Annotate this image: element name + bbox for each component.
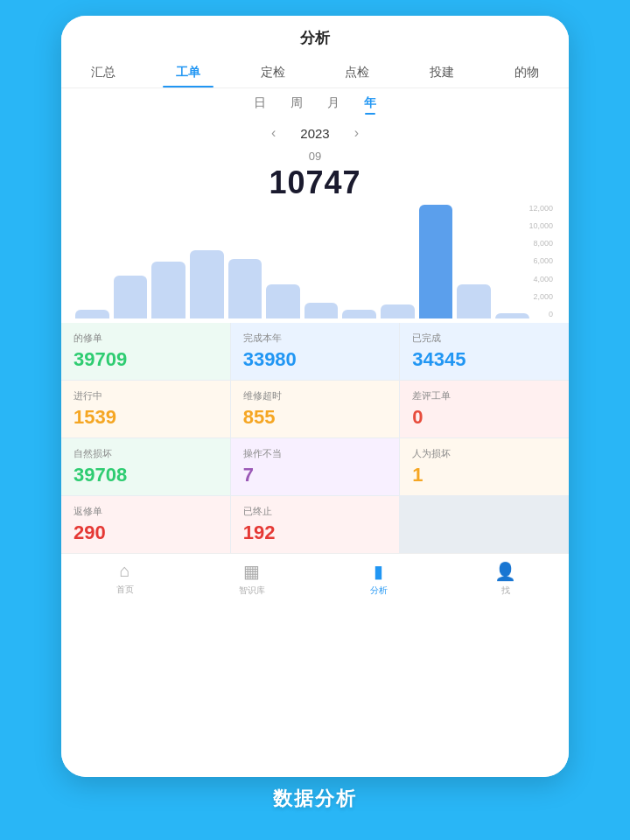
app-container: 分析 汇总 工单 定检 点检 投建 的物 日 周 月 年 ‹ 2023 ›: [61, 16, 569, 777]
next-year-button[interactable]: ›: [347, 123, 366, 143]
chart-main-value: 10747: [75, 164, 555, 201]
nav-label-analysis: 分析: [370, 584, 388, 597]
stat-cell-3[interactable]: 进行中1539: [61, 381, 230, 438]
stat-value-3: 1539: [74, 406, 221, 429]
stat-value-6: 39708: [74, 464, 221, 486]
year-nav: ‹ 2023 ›: [61, 120, 569, 144]
tab-nav: 汇总 工单 定检 点检 投建 的物: [61, 57, 569, 88]
stat-value-5: 0: [412, 406, 560, 429]
stat-label-6: 自然损坏: [74, 447, 221, 460]
year-label: 2023: [300, 126, 329, 141]
tab-summary[interactable]: 汇总: [61, 57, 146, 88]
y-label-3: 6,000: [533, 257, 553, 265]
stat-cell-10[interactable]: 已终止192: [231, 496, 400, 553]
nav-item-analysis[interactable]: ▮分析: [315, 561, 442, 597]
bottom-nav: ⌂首页▦智识库▮分析👤找: [61, 553, 569, 606]
y-label-5: 2,000: [533, 293, 553, 301]
stat-value-10: 192: [243, 522, 391, 544]
tab-work-order[interactable]: 工单: [146, 57, 231, 88]
y-label-1: 10,000: [528, 222, 553, 230]
bar-9[interactable]: [419, 205, 453, 318]
chart-area: 09 10747 12,00010,0008,0006,0004,0002,00…: [61, 144, 569, 322]
stat-value-7: 7: [243, 464, 391, 486]
period-month[interactable]: 月: [327, 95, 340, 115]
stat-value-1: 33980: [243, 348, 391, 371]
stat-cell-0[interactable]: 的修单39709: [61, 323, 230, 380]
bar-col-9: [419, 205, 453, 318]
stat-cell-2[interactable]: 已完成34345: [400, 323, 569, 380]
stat-cell-9[interactable]: 返修单290: [61, 496, 230, 553]
stat-cell-1[interactable]: 完成本年33980: [231, 323, 400, 380]
bar-7[interactable]: [342, 310, 376, 318]
stat-cell-6[interactable]: 自然损坏39708: [61, 438, 230, 495]
chart-month: 09: [75, 150, 555, 163]
stat-label-8: 人为损坏: [412, 447, 560, 460]
profile-icon: 👤: [494, 561, 516, 582]
stats-grid: 的修单39709完成本年33980已完成34345进行中1539维修超时855差…: [61, 323, 569, 553]
y-label-2: 8,000: [533, 240, 553, 248]
page-title: 分析: [61, 28, 569, 57]
bar-0[interactable]: [75, 310, 109, 318]
bar-col-3: [190, 205, 224, 318]
bar-col-11: [495, 205, 529, 318]
stat-label-3: 进行中: [74, 389, 221, 402]
bar-8[interactable]: [381, 304, 415, 318]
stat-label-0: 的修单: [74, 332, 221, 345]
bar-6[interactable]: [304, 303, 339, 318]
bar-col-4: [228, 205, 262, 318]
period-week[interactable]: 周: [290, 95, 303, 115]
tab-regular-check[interactable]: 定检: [230, 57, 315, 88]
stat-value-0: 39709: [74, 348, 221, 371]
bar-10[interactable]: [457, 284, 491, 318]
bar-col-6: [304, 205, 339, 318]
prev-year-button[interactable]: ‹: [264, 123, 283, 143]
bar-1[interactable]: [114, 276, 148, 318]
stat-value-8: 1: [412, 464, 560, 486]
stat-cell-5[interactable]: 差评工单0: [400, 381, 569, 438]
tab-items[interactable]: 的物: [484, 57, 569, 88]
bottom-branding: 数据分析: [273, 786, 357, 812]
analysis-icon: ▮: [374, 561, 383, 582]
period-selector: 日 周 月 年: [61, 88, 569, 120]
stat-value-9: 290: [74, 522, 221, 544]
tab-investment[interactable]: 投建: [400, 57, 485, 88]
stat-label-4: 维修超时: [243, 389, 391, 402]
stat-label-5: 差评工单: [412, 389, 560, 402]
bar-3[interactable]: [190, 250, 224, 318]
stat-label-10: 已终止: [243, 505, 391, 518]
nav-label-knowledge: 智识库: [239, 584, 265, 597]
nav-label-home: 首页: [116, 584, 134, 596]
bar-col-7: [342, 205, 376, 318]
stat-value-2: 34345: [412, 348, 560, 371]
stat-label-7: 操作不当: [243, 447, 391, 460]
y-label-4: 4,000: [533, 276, 553, 284]
bar-2[interactable]: [151, 262, 186, 318]
tab-spot-check[interactable]: 点检: [315, 57, 400, 88]
period-day[interactable]: 日: [254, 95, 266, 115]
stat-value-4: 855: [243, 406, 391, 429]
bar-4[interactable]: [228, 259, 262, 318]
y-label-0: 12,000: [528, 205, 553, 213]
period-year[interactable]: 年: [364, 95, 376, 115]
bar-col-10: [457, 205, 491, 318]
header: 分析 汇总 工单 定检 点检 投建 的物: [61, 16, 569, 88]
nav-item-profile[interactable]: 👤找: [442, 561, 569, 597]
home-icon: ⌂: [119, 561, 130, 581]
bar-chart: [75, 205, 528, 318]
page-wrapper: 分析 汇总 工单 定检 点检 投建 的物 日 周 月 年 ‹ 2023 ›: [0, 0, 630, 840]
nav-item-home[interactable]: ⌂首页: [61, 561, 188, 597]
nav-item-knowledge[interactable]: ▦智识库: [188, 561, 315, 597]
bar-col-0: [75, 205, 109, 318]
stat-cell-4[interactable]: 维修超时855: [231, 381, 400, 438]
bar-col-2: [151, 205, 186, 318]
stat-cell-7[interactable]: 操作不当7: [231, 438, 400, 495]
y-axis: 12,00010,0008,0006,0004,0002,0000: [528, 205, 555, 318]
bar-11[interactable]: [495, 313, 529, 319]
bar-col-8: [381, 205, 415, 318]
stat-cell-8[interactable]: 人为损坏1: [400, 438, 569, 495]
bar-col-5: [266, 205, 300, 318]
bar-5[interactable]: [266, 284, 300, 318]
knowledge-icon: ▦: [243, 561, 260, 582]
bar-chart-wrapper: 12,00010,0008,0006,0004,0002,0000: [75, 205, 555, 318]
nav-label-profile: 找: [501, 584, 510, 597]
